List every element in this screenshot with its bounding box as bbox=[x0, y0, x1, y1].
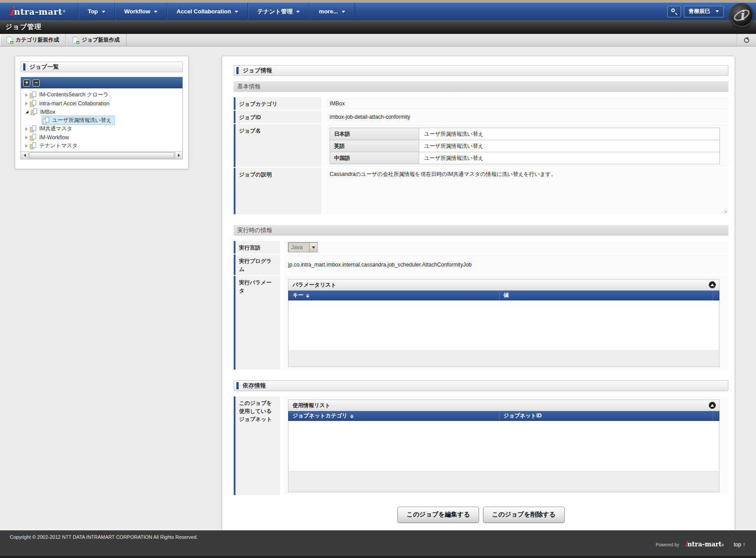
tree-node-selected-job[interactable]: ユーザ所属情報洗い替え bbox=[22, 116, 182, 125]
exec-language-select[interactable]: Java bbox=[288, 242, 318, 252]
horizontal-scrollbar[interactable] bbox=[21, 151, 182, 159]
job-info-header: ジョブ情報 bbox=[234, 65, 728, 76]
collapsed-arrow-icon[interactable] bbox=[25, 136, 28, 139]
new-document-icon bbox=[73, 37, 78, 43]
new-category-button[interactable]: カテゴリ新規作成 bbox=[0, 34, 66, 46]
job-description-value: Cassandraのユーザの会社所属情報を現在日時のIM共通マスタの情報に洗い替… bbox=[325, 168, 728, 214]
caret-down-icon bbox=[154, 11, 157, 15]
job-info-title: ジョブ情報 bbox=[243, 67, 272, 75]
job-list-header: ジョブ一覧 bbox=[21, 62, 183, 72]
tree-node-tenant-master[interactable]: テナントマスタ bbox=[22, 142, 182, 150]
page-title-bar: ジョブ管理 bbox=[0, 20, 756, 34]
tree-node-imbox[interactable]: IMBox bbox=[22, 108, 182, 116]
jobnet-usage-value: 使用情報リスト ジョブネットカテゴリ ジョブネットID bbox=[284, 396, 728, 495]
lang-label-zh: 中国語 bbox=[330, 152, 419, 164]
refresh-icon bbox=[744, 37, 750, 43]
nav-item-accel-collaboration[interactable]: Accel Collaboration bbox=[167, 3, 248, 20]
caret-down-icon bbox=[342, 11, 345, 15]
nav-item-more[interactable]: more... bbox=[309, 3, 355, 20]
collapsed-arrow-icon[interactable] bbox=[25, 144, 28, 148]
global-navbar: intra-mart® Top Workflow Accel Collabora… bbox=[0, 3, 756, 20]
job-info-panel: ジョブ情報 基本情報 ジョブカテゴリ IMBox ジョブID imbox-job… bbox=[222, 56, 735, 534]
collapse-up-icon bbox=[711, 283, 714, 286]
job-category-label: ジョブカテゴリ bbox=[234, 97, 322, 110]
delete-job-button[interactable]: このジョブを削除する bbox=[483, 507, 565, 523]
nav-menu: Top Workflow Accel Collaboration テナント管理 … bbox=[78, 3, 355, 20]
collapse-toggle-button[interactable] bbox=[709, 402, 716, 409]
lang-label-en: 英語 bbox=[330, 140, 419, 152]
powered-by-label: Powered by bbox=[656, 542, 679, 547]
nav-item-top[interactable]: Top bbox=[78, 3, 115, 20]
caret-down-icon bbox=[235, 11, 238, 15]
footer-intra-mart-logo: intra-mart® bbox=[685, 539, 724, 548]
job-name-en: ユーザ所属情報洗い替え bbox=[419, 140, 720, 152]
sort-icon bbox=[350, 414, 354, 418]
selected-tree-item[interactable]: ユーザ所属情報洗い替え bbox=[41, 116, 115, 125]
search-icon bbox=[671, 8, 678, 15]
scrollbar-spacer bbox=[713, 291, 719, 300]
job-list-panel: ジョブ一覧 + − IM-ContentsSearch クローラ intra-m… bbox=[15, 56, 189, 169]
job-name-zh: ユーザ所属情報洗い替え bbox=[419, 152, 720, 164]
footer-right-group: Powered by intra-mart® top ↑ bbox=[656, 539, 745, 548]
dependency-form: このジョブを使用しているジョブネット 使用情報リスト ジョブネットカテゴリ bbox=[234, 396, 728, 495]
page-footer: Copyright © 2002-2012 NTT DATA INTRAMART… bbox=[0, 530, 756, 558]
collapsed-arrow-icon[interactable] bbox=[25, 127, 28, 131]
exec-program-value: jp.co.intra_mart.imbox.internal.cassandr… bbox=[284, 254, 728, 275]
exec-program-label: 実行プログラム bbox=[234, 254, 280, 275]
dependency-info-title: 依存情報 bbox=[243, 382, 266, 390]
sort-icon bbox=[306, 294, 310, 298]
usage-list-panel: 使用情報リスト ジョブネットカテゴリ ジョブネットID bbox=[288, 400, 719, 492]
usage-table-header: ジョブネットカテゴリ ジョブネットID bbox=[288, 411, 719, 421]
header-accent-bar bbox=[23, 63, 25, 71]
main-content: ジョブ一覧 + − IM-ContentsSearch クローラ intra-m… bbox=[0, 46, 756, 534]
dependency-info-header: 依存情報 bbox=[234, 380, 728, 391]
column-header-jobnet-category[interactable]: ジョブネットカテゴリ bbox=[289, 411, 500, 421]
resize-grip-icon[interactable] bbox=[722, 208, 727, 213]
scrollbar-thumb[interactable] bbox=[29, 152, 174, 158]
back-to-top-link[interactable]: top ↑ bbox=[734, 541, 745, 548]
expanded-arrow-icon[interactable] bbox=[25, 110, 29, 113]
basic-info-form: ジョブカテゴリ IMBox ジョブID imbox-job-detail-att… bbox=[234, 97, 728, 214]
footer-bottom-strip bbox=[0, 556, 756, 558]
job-id-label: ジョブID bbox=[234, 111, 322, 123]
job-id-row: ジョブID imbox-job-detail-attach-conformity bbox=[234, 111, 728, 123]
expand-all-button[interactable]: + bbox=[23, 79, 30, 87]
table-row: 英語 ユーザ所属情報洗い替え bbox=[330, 140, 720, 152]
usage-list-header: 使用情報リスト bbox=[288, 400, 719, 411]
table-row: 日本語 ユーザ所属情報洗い替え bbox=[330, 128, 720, 140]
job-tree: + − IM-ContentsSearch クローラ intra-mart Ac… bbox=[21, 77, 183, 159]
page-toolbar: カテゴリ新規作成 ジョブ新規作成 bbox=[0, 34, 756, 46]
runtime-info-section-header: 実行時の情報 bbox=[234, 225, 728, 236]
column-header-key[interactable]: キー bbox=[289, 291, 500, 300]
search-button[interactable] bbox=[667, 6, 681, 17]
job-name-table-wrap: 日本語 ユーザ所属情報洗い替え 英語 ユーザ所属情報洗い替え 中国語 ユーザ所属… bbox=[325, 124, 728, 167]
collapse-toggle-button[interactable] bbox=[709, 281, 716, 288]
column-header-jobnet-id[interactable]: ジョブネットID bbox=[500, 411, 713, 421]
job-id-value: imbox-job-detail-attach-conformity bbox=[325, 111, 728, 123]
tree-node-im-common-master[interactable]: IM共通マスタ bbox=[22, 125, 182, 133]
tree-toolbar: + − bbox=[21, 77, 182, 88]
refresh-button[interactable] bbox=[737, 34, 756, 46]
job-name-ja: ユーザ所属情報洗い替え bbox=[419, 128, 720, 140]
nav-item-workflow[interactable]: Workflow bbox=[115, 3, 167, 20]
column-header-value[interactable]: 値 bbox=[500, 291, 713, 300]
brand-letter-i: i bbox=[9, 4, 13, 18]
copyright-text: Copyright © 2002-2012 NTT DATA INTRAMART… bbox=[0, 530, 756, 540]
user-menu-button[interactable]: 青柳辰巳 bbox=[684, 6, 724, 17]
parameter-table-footer bbox=[288, 350, 719, 367]
folder-icon bbox=[31, 108, 38, 115]
header-accent-bar bbox=[236, 67, 239, 74]
tree-node-im-contentssearch[interactable]: IM-ContentsSearch クローラ bbox=[22, 91, 182, 99]
collapsed-arrow-icon[interactable] bbox=[25, 102, 28, 105]
scroll-right-button[interactable] bbox=[175, 152, 182, 159]
collapse-all-button[interactable]: − bbox=[33, 79, 40, 87]
collapsed-arrow-icon[interactable] bbox=[25, 93, 28, 97]
header-accent-bar bbox=[236, 382, 239, 389]
nav-item-tenant-admin[interactable]: テナント管理 bbox=[248, 3, 309, 20]
scroll-left-button[interactable] bbox=[21, 152, 29, 159]
new-job-button[interactable]: ジョブ新規作成 bbox=[66, 34, 127, 46]
edit-job-button[interactable]: このジョブを編集する bbox=[397, 507, 479, 523]
tree-node-accel-collaboration[interactable]: intra-mart Accel Collaboration bbox=[22, 99, 182, 108]
scrollbar-spacer bbox=[713, 411, 719, 421]
tree-node-im-workflow[interactable]: IM-Workflow bbox=[22, 133, 182, 142]
